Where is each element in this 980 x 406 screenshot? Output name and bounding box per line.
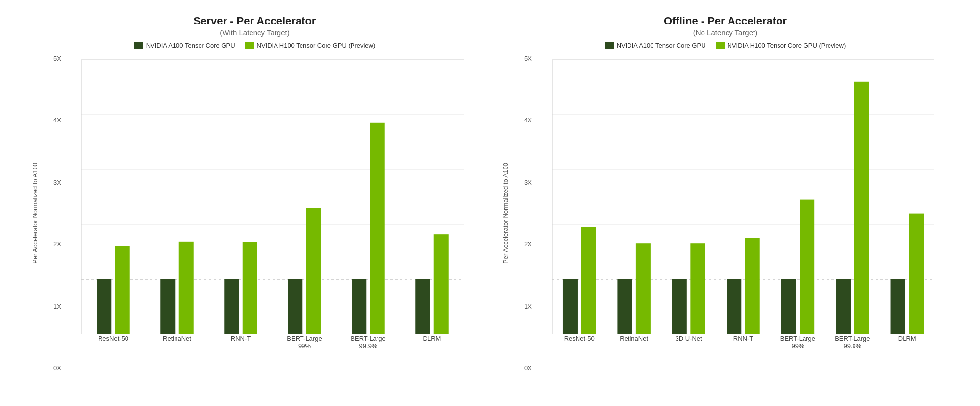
- chart-plot-server: ResNet-50RetinaNetRNN-TBERT-Large99%BERT…: [65, 55, 480, 391]
- x-label: 99.9%: [359, 342, 377, 350]
- x-label: RNN-T: [231, 335, 251, 342]
- bar-a100: [891, 279, 905, 334]
- legend-color-swatch: [605, 42, 614, 49]
- x-label: BERT-Large: [287, 335, 322, 342]
- legend-item: NVIDIA A100 Tensor Core GPU: [134, 42, 235, 49]
- y-tick: 1X: [53, 303, 61, 310]
- y-axis-offline: 0X1X2X3X4X5X: [511, 55, 536, 391]
- bar-a100: [672, 279, 687, 334]
- x-label: RetinaNet: [620, 335, 648, 342]
- chart-svg-server: ResNet-50RetinaNetRNN-TBERT-Large99%BERT…: [65, 55, 480, 358]
- y-tick: 3X: [524, 179, 532, 186]
- bar-h100: [434, 234, 449, 334]
- bar-a100: [415, 279, 430, 334]
- x-label: 3D U-Net: [675, 335, 702, 342]
- bar-h100: [854, 82, 869, 334]
- bar-h100: [243, 242, 257, 334]
- bar-a100: [224, 279, 239, 334]
- y-tick: 3X: [53, 179, 61, 186]
- y-tick: 0X: [524, 364, 532, 372]
- chart-subtitle-server: (With Latency Target): [220, 28, 289, 37]
- legend-item: NVIDIA H100 Tensor Core GPU (Preview): [716, 42, 846, 49]
- chart-legend-server: NVIDIA A100 Tensor Core GPUNVIDIA H100 T…: [134, 42, 376, 49]
- x-label: 99.9%: [843, 342, 861, 350]
- bar-a100: [563, 279, 578, 334]
- legend-label: NVIDIA A100 Tensor Core GPU: [146, 42, 235, 49]
- y-tick: 0X: [53, 364, 61, 372]
- bar-a100: [97, 279, 111, 334]
- y-tick: 5X: [524, 55, 532, 62]
- chart-svg-offline: ResNet-50RetinaNet3D U-NetRNN-TBERT-Larg…: [536, 55, 951, 358]
- chart-title-offline: Offline - Per Accelerator: [664, 15, 787, 27]
- x-label: BERT-Large: [351, 335, 385, 342]
- bar-a100: [781, 279, 796, 334]
- x-label: DLRM: [423, 335, 441, 342]
- charts-container: Server - Per Accelerator(With Latency Ta…: [0, 0, 980, 406]
- bar-a100: [288, 279, 302, 334]
- chart-panel-offline: Offline - Per Accelerator(No Latency Tar…: [490, 10, 960, 396]
- x-label: DLRM: [898, 335, 916, 342]
- chart-title-server: Server - Per Accelerator: [194, 15, 316, 27]
- bar-a100: [727, 279, 741, 334]
- y-tick: 2X: [524, 240, 532, 248]
- plot-wrapper-server: Per Accelerator Normalized to A1000X1X2X…: [29, 55, 480, 391]
- bar-a100: [160, 279, 175, 334]
- bar-h100: [800, 200, 814, 334]
- bar-h100: [745, 238, 760, 334]
- bar-a100: [617, 279, 632, 334]
- x-label: 99%: [298, 342, 311, 350]
- bar-a100: [352, 279, 366, 334]
- legend-color-swatch: [245, 42, 254, 49]
- legend-color-swatch: [134, 42, 143, 49]
- bar-h100: [636, 243, 651, 334]
- y-tick: 4X: [524, 117, 532, 124]
- x-label: BERT-Large: [780, 335, 815, 342]
- bar-h100: [115, 246, 130, 334]
- chart-subtitle-offline: (No Latency Target): [693, 28, 757, 37]
- y-axis-server: 0X1X2X3X4X5X: [41, 55, 65, 391]
- bar-h100: [179, 242, 194, 334]
- y-tick: 4X: [53, 117, 61, 124]
- legend-label: NVIDIA H100 Tensor Core GPU (Preview): [728, 42, 846, 49]
- y-tick: 2X: [53, 240, 61, 248]
- legend-color-swatch: [716, 42, 725, 49]
- chart-panel-server: Server - Per Accelerator(With Latency Ta…: [20, 10, 490, 396]
- bar-h100: [909, 214, 924, 334]
- bar-h100: [690, 243, 705, 334]
- x-label: RetinaNet: [163, 335, 191, 342]
- y-axis-label-offline: Per Accelerator Normalized to A100: [500, 55, 511, 372]
- x-label: ResNet-50: [98, 335, 128, 342]
- bar-h100: [370, 123, 385, 334]
- bar-h100: [581, 227, 596, 334]
- x-label: ResNet-50: [564, 335, 595, 342]
- plot-wrapper-offline: Per Accelerator Normalized to A1000X1X2X…: [500, 55, 951, 391]
- chart-plot-offline: ResNet-50RetinaNet3D U-NetRNN-TBERT-Larg…: [536, 55, 951, 391]
- legend-item: NVIDIA A100 Tensor Core GPU: [605, 42, 706, 49]
- x-label: BERT-Large: [835, 335, 870, 342]
- chart-legend-offline: NVIDIA A100 Tensor Core GPUNVIDIA H100 T…: [605, 42, 846, 49]
- x-label: 99%: [791, 342, 804, 350]
- bar-h100: [306, 208, 321, 334]
- x-label: RNN-T: [733, 335, 753, 342]
- y-axis-label-server: Per Accelerator Normalized to A100: [29, 55, 41, 372]
- bar-a100: [836, 279, 851, 334]
- legend-item: NVIDIA H100 Tensor Core GPU (Preview): [245, 42, 376, 49]
- legend-label: NVIDIA H100 Tensor Core GPU (Preview): [257, 42, 376, 49]
- y-tick: 5X: [53, 55, 61, 62]
- y-tick: 1X: [524, 303, 532, 310]
- legend-label: NVIDIA A100 Tensor Core GPU: [617, 42, 706, 49]
